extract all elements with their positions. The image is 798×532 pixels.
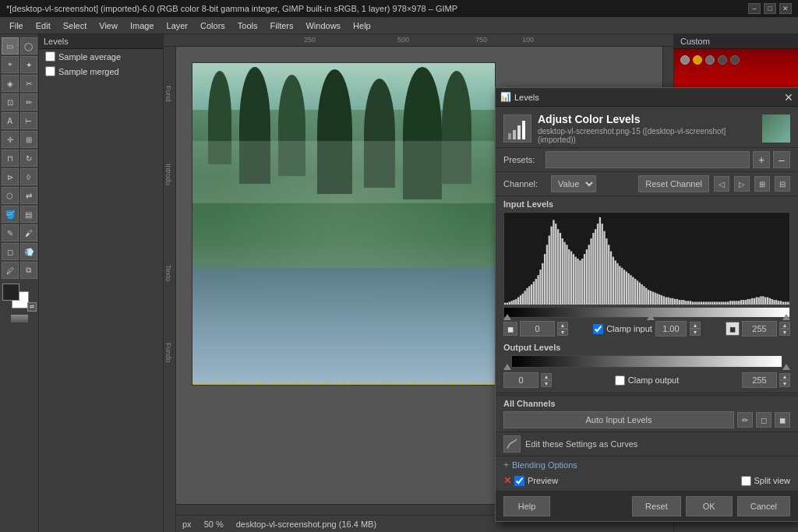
output-max-up[interactable]: ▲ (779, 373, 790, 380)
menu-tools[interactable]: Tools (231, 19, 264, 32)
tool-scale[interactable]: ⊳ (2, 168, 19, 185)
close-button[interactable]: ✕ (779, 3, 792, 14)
tool-airbrush[interactable]: 💨 (20, 243, 37, 260)
menu-filters[interactable]: Filters (264, 19, 300, 32)
edit-curves-icon[interactable] (503, 435, 521, 453)
tool-fuzzy-select[interactable]: ✦ (20, 56, 37, 73)
output-min-field[interactable] (503, 372, 538, 388)
input-min-up[interactable]: ▲ (557, 322, 568, 329)
output-max-field[interactable] (742, 372, 777, 388)
menu-file[interactable]: File (3, 19, 30, 32)
tool-text[interactable]: A (2, 112, 19, 129)
input-max-down[interactable]: ▼ (779, 329, 790, 336)
tool-ellipse-select[interactable]: ◯ (20, 37, 37, 55)
dialog-right-buttons: Reset OK Cancel (632, 496, 790, 516)
tool-free-select[interactable]: ⌖ (2, 56, 19, 73)
output-min-up[interactable]: ▲ (541, 373, 552, 380)
input-max-field[interactable] (742, 321, 777, 336)
clamp-up[interactable]: ▲ (690, 322, 701, 329)
channel-select[interactable]: Value (551, 175, 596, 192)
tool-row-9: ⬡ ⇄ (2, 187, 37, 204)
presets-row: Presets: + – (496, 148, 798, 172)
dialog-subtitle: desktop-vl-screenshot.png-15 ([desktop-v… (538, 127, 756, 144)
reset-button[interactable]: Reset (632, 496, 681, 516)
channel-icon-4[interactable]: ⊟ (775, 176, 790, 192)
auto-pick-icon-1[interactable]: ✏ (737, 412, 753, 428)
menu-view[interactable]: View (93, 19, 124, 32)
tool-rect-select[interactable]: ▭ (2, 37, 19, 55)
reset-channel-button[interactable]: Reset Channel (638, 175, 709, 192)
split-view-check[interactable] (741, 476, 751, 486)
menu-layer[interactable]: Layer (161, 19, 195, 32)
tool-foreground-select[interactable]: ⊡ (2, 93, 19, 111)
tool-paths[interactable]: ✏ (20, 93, 37, 111)
zoom-indicator[interactable]: 50 % (204, 520, 224, 529)
presets-remove-button[interactable]: – (773, 151, 790, 168)
input-levels-label: Input Levels (496, 196, 798, 210)
sample-merged-check[interactable] (45, 66, 55, 76)
tool-ink[interactable]: 🖊 (2, 262, 19, 279)
tool-bucket-fill[interactable]: 🪣 (2, 206, 19, 223)
tool-align[interactable]: ⊞ (20, 131, 37, 148)
slider-thumb-left[interactable] (503, 314, 511, 320)
tool-clone[interactable]: ⧉ (20, 262, 37, 279)
tool-blend[interactable]: ▤ (20, 206, 37, 223)
dialog-close-button[interactable]: ✕ (784, 92, 793, 103)
clamp-input-check[interactable] (593, 324, 603, 334)
help-button[interactable]: Help (503, 496, 550, 516)
tool-perspective[interactable]: ⬡ (2, 187, 19, 204)
ok-button[interactable]: OK (686, 496, 733, 516)
menu-colors[interactable]: Colors (194, 19, 231, 32)
channel-icon-1[interactable]: ◁ (714, 176, 729, 192)
slider-thumb-mid[interactable] (647, 314, 655, 320)
auto-pick-icon-2[interactable]: ◻ (756, 412, 772, 428)
zoom-icon[interactable] (11, 315, 28, 322)
menu-windows[interactable]: Windows (299, 19, 347, 32)
menu-help[interactable]: Help (347, 19, 377, 32)
auto-input-button[interactable]: Auto Input Levels (503, 411, 734, 428)
blending-options-link[interactable]: Blending Options (512, 460, 577, 470)
channel-icon-3[interactable]: ⊞ (754, 176, 770, 192)
output-slider-right[interactable] (782, 364, 790, 370)
preview-check[interactable] (514, 476, 524, 486)
tool-measure[interactable]: ⊢ (20, 112, 37, 129)
minimize-button[interactable]: – (748, 3, 761, 14)
clamp-input-value[interactable] (655, 321, 687, 336)
sample-average-check[interactable] (45, 51, 55, 62)
cancel-button[interactable]: Cancel (737, 496, 790, 516)
output-max-down[interactable]: ▼ (779, 380, 790, 387)
tool-pencil[interactable]: ✎ (2, 224, 19, 241)
presets-add-button[interactable]: + (753, 151, 770, 168)
window-title: *[desktop-vl-screenshot] (imported)-6.0 … (6, 4, 457, 13)
tool-shear[interactable]: ◊ (20, 168, 37, 185)
tool-paintbrush[interactable]: 🖌 (20, 224, 37, 241)
tool-move[interactable]: ✛ (2, 131, 19, 148)
input-min-field[interactable] (520, 321, 555, 336)
tool-select-by-color[interactable]: ◈ (2, 75, 19, 92)
channel-icon-2[interactable]: ▷ (734, 176, 750, 192)
swap-colors[interactable]: ⇄ (27, 302, 37, 312)
clamp-output-check[interactable] (615, 375, 625, 386)
maximize-button[interactable]: □ (764, 3, 776, 14)
menu-edit[interactable]: Edit (30, 19, 57, 32)
edit-curves-text: Edit these Settings as Curves (525, 439, 637, 449)
menu-image[interactable]: Image (124, 19, 161, 32)
input-max-up[interactable]: ▲ (779, 322, 790, 329)
tool-scissors[interactable]: ✂ (20, 75, 37, 92)
tool-eraser[interactable]: ◻ (2, 243, 19, 260)
tool-crop[interactable]: ⊓ (2, 150, 19, 167)
auto-pick-icon-3[interactable]: ◼ (775, 412, 790, 428)
slider-thumb-right[interactable] (782, 314, 790, 320)
output-slider-left[interactable] (503, 364, 511, 370)
input-slider-container (503, 307, 790, 318)
tool-flip[interactable]: ⇄ (20, 187, 37, 204)
presets-input[interactable] (546, 151, 750, 168)
sample-merged-option: Sample merged (39, 64, 163, 79)
menu-select[interactable]: Select (57, 19, 94, 32)
tool-rotate[interactable]: ↻ (20, 150, 37, 167)
unit-indicator[interactable]: px (182, 520, 192, 529)
clamp-down[interactable]: ▼ (690, 329, 701, 336)
output-min-down[interactable]: ▼ (541, 380, 552, 387)
foreground-color[interactable] (2, 284, 19, 301)
input-min-down[interactable]: ▼ (557, 329, 568, 336)
